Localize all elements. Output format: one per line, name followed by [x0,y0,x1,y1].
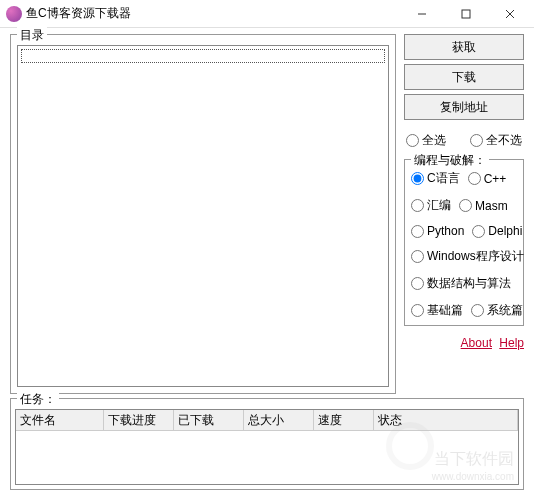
select-none-label: 全不选 [486,132,522,149]
tasks-group: 任务： 文件名 下载进度 已下载 总大小 速度 状态 [10,398,524,490]
links-row: About Help [404,336,524,350]
window-title: 鱼C博客资源下载器 [26,5,400,22]
col-downloaded[interactable]: 已下载 [174,410,244,430]
col-total[interactable]: 总大小 [244,410,314,430]
category-asm[interactable]: 汇编 [411,197,451,214]
app-icon [6,6,22,22]
select-all-radio[interactable]: 全选 [406,132,446,149]
tasks-table-header: 文件名 下载进度 已下载 总大小 速度 状态 [16,410,518,431]
copy-address-button[interactable]: 复制地址 [404,94,524,120]
col-speed[interactable]: 速度 [314,410,374,430]
category-group: 编程与破解： C语言 C++ 汇编 Masm Python Delphi Win… [404,159,524,326]
minimize-button[interactable] [400,0,444,28]
col-progress[interactable]: 下载进度 [104,410,174,430]
category-delphi[interactable]: Delphi [472,224,522,238]
directory-group: 目录 [10,34,396,394]
window-controls [400,0,532,28]
col-filename[interactable]: 文件名 [16,410,104,430]
directory-label: 目录 [17,27,47,44]
about-link[interactable]: About [461,336,492,350]
titlebar: 鱼C博客资源下载器 [0,0,534,28]
category-masm[interactable]: Masm [459,197,508,214]
fetch-button[interactable]: 获取 [404,34,524,60]
category-basic[interactable]: 基础篇 [411,302,463,319]
close-button[interactable] [488,0,532,28]
download-button[interactable]: 下载 [404,64,524,90]
directory-tree[interactable] [17,45,389,387]
select-none-radio[interactable]: 全不选 [470,132,522,149]
maximize-button[interactable] [444,0,488,28]
category-c[interactable]: C语言 [411,170,460,187]
category-group-label: 编程与破解： [411,152,489,169]
select-all-label: 全选 [422,132,446,149]
svg-rect-1 [462,10,470,18]
right-panel: 获取 下载 复制地址 全选 全不选 编程与破解： C语言 C++ 汇编 Masm… [404,34,524,394]
tasks-label: 任务： [17,391,59,408]
category-cpp[interactable]: C++ [468,170,507,187]
help-link[interactable]: Help [499,336,524,350]
category-python[interactable]: Python [411,224,464,238]
tree-placeholder [21,49,385,63]
category-windows[interactable]: Windows程序设计 [411,248,524,265]
col-status[interactable]: 状态 [374,410,518,430]
category-system[interactable]: 系统篇 [471,302,523,319]
category-datastructure[interactable]: 数据结构与算法 [411,275,511,292]
tasks-table[interactable]: 文件名 下载进度 已下载 总大小 速度 状态 [15,409,519,485]
